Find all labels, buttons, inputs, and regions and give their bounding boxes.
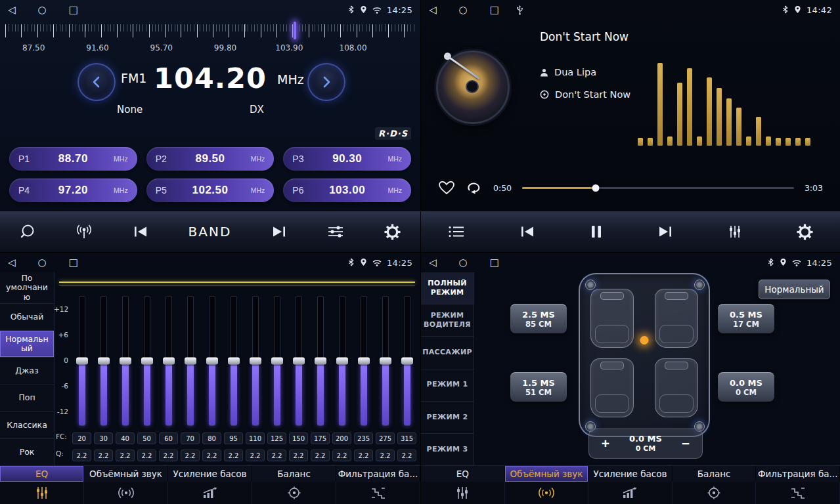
eq-band-slider[interactable] bbox=[209, 296, 215, 426]
surround-tab-icon[interactable] bbox=[84, 482, 168, 504]
tab-filter[interactable]: Фильтрация ба... bbox=[756, 466, 840, 482]
eq-band-slider[interactable] bbox=[296, 296, 302, 426]
tuning-indicator[interactable] bbox=[294, 22, 296, 39]
eq-band-slider[interactable] bbox=[122, 296, 129, 426]
band-button[interactable]: BAND bbox=[188, 224, 232, 240]
next-station-button[interactable] bbox=[271, 225, 287, 238]
eq-slider-knob[interactable] bbox=[98, 358, 110, 365]
eq-band-slider[interactable] bbox=[382, 296, 389, 426]
tab-surround[interactable]: Объёмный звук bbox=[505, 466, 589, 482]
eq-preset-classic[interactable]: Классика bbox=[0, 412, 54, 439]
settings-gear-button[interactable] bbox=[384, 224, 401, 240]
bass-boost-tab-icon[interactable] bbox=[588, 482, 673, 504]
tune-down-button[interactable] bbox=[77, 63, 116, 101]
speaker-front-right-icon[interactable] bbox=[694, 280, 705, 290]
delay-decrease-button[interactable]: − bbox=[674, 434, 697, 453]
delay-increase-button[interactable]: + bbox=[594, 434, 617, 453]
balance-tab-icon[interactable] bbox=[252, 482, 336, 504]
tab-eq[interactable]: EQ bbox=[421, 466, 505, 482]
back-button[interactable]: ◁ bbox=[429, 258, 437, 268]
eq-band-slider[interactable] bbox=[361, 296, 367, 426]
preset-button-5[interactable]: P5102.50MHz bbox=[146, 178, 275, 202]
preset-button-2[interactable]: P289.50MHz bbox=[146, 147, 275, 171]
recents-button[interactable]: □ bbox=[490, 5, 499, 15]
mode-passenger[interactable]: ПАССАЖИР bbox=[421, 337, 474, 369]
tab-bass-boost[interactable]: Усиление басов bbox=[168, 466, 252, 482]
home-button[interactable]: ○ bbox=[459, 5, 468, 15]
eq-slider-knob[interactable] bbox=[401, 358, 413, 365]
eq-tab-icon[interactable] bbox=[421, 482, 505, 504]
recents-button[interactable]: □ bbox=[69, 5, 78, 15]
sound-preset-button[interactable]: Нормальный bbox=[759, 280, 830, 299]
eq-band-slider[interactable] bbox=[187, 296, 194, 426]
scan-button[interactable] bbox=[20, 224, 35, 240]
tab-eq[interactable]: EQ bbox=[0, 466, 84, 482]
audio-settings-button[interactable] bbox=[327, 225, 344, 238]
eq-tab-icon[interactable] bbox=[0, 482, 84, 504]
back-button[interactable]: ◁ bbox=[8, 5, 16, 15]
eq-slider-knob[interactable] bbox=[271, 358, 283, 365]
playlist-button[interactable] bbox=[448, 225, 465, 238]
tab-balance[interactable]: Баланс bbox=[252, 466, 336, 482]
eq-slider-knob[interactable] bbox=[358, 358, 370, 365]
back-button[interactable]: ◁ bbox=[8, 258, 16, 268]
eq-preset-custom[interactable]: Обычай bbox=[0, 304, 54, 331]
favorite-button[interactable] bbox=[438, 180, 455, 195]
surround-tab-icon[interactable] bbox=[505, 482, 589, 504]
eq-band-slider[interactable] bbox=[166, 296, 172, 426]
eq-band-slider[interactable] bbox=[100, 296, 107, 426]
eq-band-slider[interactable] bbox=[144, 296, 150, 426]
eq-band-slider[interactable] bbox=[231, 296, 237, 426]
eq-slider-knob[interactable] bbox=[315, 358, 326, 365]
home-button[interactable]: ○ bbox=[38, 5, 47, 15]
mode-driver[interactable]: РЕЖИМ ВОДИТЕЛЯ bbox=[421, 304, 474, 337]
home-button[interactable]: ○ bbox=[38, 258, 47, 268]
eq-preset-rock[interactable]: Рок bbox=[0, 439, 54, 466]
eq-band-slider[interactable] bbox=[339, 296, 345, 426]
eq-slider-knob[interactable] bbox=[380, 358, 391, 365]
back-button[interactable]: ◁ bbox=[429, 5, 437, 15]
eq-band-slider[interactable] bbox=[317, 296, 324, 426]
eq-slider-knob[interactable] bbox=[163, 358, 175, 365]
eq-slider-knob[interactable] bbox=[76, 358, 88, 365]
preset-button-4[interactable]: P497.20MHz bbox=[9, 178, 137, 202]
settings-gear-button[interactable] bbox=[797, 224, 813, 240]
tab-balance[interactable]: Баланс bbox=[673, 466, 757, 482]
recents-button[interactable]: □ bbox=[490, 258, 499, 268]
previous-station-button[interactable] bbox=[133, 225, 148, 238]
preset-button-3[interactable]: P390.30MHz bbox=[283, 147, 411, 171]
eq-band-slider[interactable] bbox=[252, 296, 259, 426]
tab-filter[interactable]: Фильтрация ба... bbox=[336, 466, 420, 482]
mode-3[interactable]: РЕЖИМ 3 bbox=[421, 434, 474, 466]
eq-slider-knob[interactable] bbox=[250, 358, 261, 365]
speaker-front-left-icon[interactable] bbox=[585, 280, 596, 290]
mode-1[interactable]: РЕЖИМ 1 bbox=[421, 369, 474, 402]
eq-preset-normal[interactable]: Нормальный bbox=[0, 331, 54, 358]
eq-slider-knob[interactable] bbox=[206, 358, 218, 365]
bass-boost-tab-icon[interactable] bbox=[168, 482, 252, 504]
tune-up-button[interactable] bbox=[307, 63, 345, 101]
tab-bass-boost[interactable]: Усиление басов bbox=[588, 466, 673, 482]
eq-preset-pop[interactable]: Поп bbox=[0, 385, 54, 412]
previous-track-button[interactable] bbox=[519, 225, 535, 238]
eq-band-slider[interactable] bbox=[274, 296, 280, 426]
tab-surround[interactable]: Объёмный звук bbox=[84, 466, 168, 482]
eq-slider-knob[interactable] bbox=[185, 358, 196, 365]
eq-band-slider[interactable] bbox=[404, 296, 410, 426]
progress-bar[interactable] bbox=[522, 183, 794, 192]
frequency-ruler[interactable] bbox=[5, 24, 415, 37]
eq-slider-knob[interactable] bbox=[336, 358, 348, 365]
filter-tab-icon[interactable] bbox=[336, 482, 420, 504]
preset-button-6[interactable]: P6103.00MHz bbox=[283, 178, 411, 202]
mode-2[interactable]: РЕЖИМ 2 bbox=[421, 402, 474, 434]
next-track-button[interactable] bbox=[657, 225, 673, 238]
equalizer-button[interactable] bbox=[728, 224, 742, 239]
eq-preset-default[interactable]: По умолчанию bbox=[0, 272, 54, 304]
listening-position-dot[interactable] bbox=[640, 336, 649, 345]
eq-slider-knob[interactable] bbox=[293, 358, 305, 365]
home-button[interactable]: ○ bbox=[459, 258, 468, 268]
eq-slider-knob[interactable] bbox=[120, 358, 131, 365]
broadcast-button[interactable] bbox=[76, 224, 93, 239]
eq-preset-jazz[interactable]: Джаз bbox=[0, 358, 54, 385]
filter-tab-icon[interactable] bbox=[756, 482, 840, 504]
